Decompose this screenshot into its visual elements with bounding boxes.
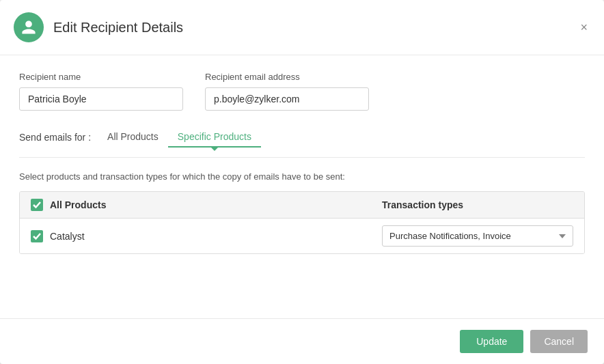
transaction-select[interactable]: Purchase Notifications, Invoice (382, 225, 573, 247)
cancel-button[interactable]: Cancel (530, 330, 588, 353)
update-button[interactable]: Update (460, 330, 523, 353)
recipient-name-input[interactable] (19, 87, 183, 111)
recipient-email-group: Recipient email address (205, 72, 369, 111)
select-instruction: Select products and transaction types fo… (19, 171, 585, 182)
avatar (14, 12, 44, 42)
tab-specific-products[interactable]: Specific Products (168, 127, 261, 148)
tab-all-products[interactable]: All Products (98, 127, 168, 148)
all-products-checkbox[interactable] (31, 199, 43, 211)
table-header-product: All Products (31, 199, 382, 211)
close-button[interactable]: × (577, 18, 590, 36)
table-header-transaction: Transaction types (382, 199, 573, 210)
table-row: Catalyst Purchase Notifications, Invoice (20, 219, 584, 253)
tab-group: All Products Specific Products (98, 127, 261, 148)
recipient-email-label: Recipient email address (205, 72, 369, 82)
table-row-transaction: Purchase Notifications, Invoice (382, 225, 573, 247)
edit-recipient-modal: Edit Recipient Details × Recipient name … (0, 0, 604, 364)
form-row: Recipient name Recipient email address (19, 72, 585, 111)
modal-title: Edit Recipient Details (53, 20, 183, 36)
modal-body: Recipient name Recipient email address S… (0, 55, 604, 318)
table-row-product: Catalyst (31, 230, 382, 242)
send-emails-label: Send emails for : (19, 132, 91, 143)
modal-footer: Update Cancel (0, 318, 604, 364)
table-header: All Products Transaction types (20, 192, 584, 219)
recipient-email-input[interactable] (205, 87, 369, 111)
modal-header: Edit Recipient Details × (0, 0, 604, 55)
recipient-name-label: Recipient name (19, 72, 183, 82)
recipient-name-group: Recipient name (19, 72, 183, 111)
send-emails-row: Send emails for : All Products Specific … (19, 127, 585, 148)
catalyst-checkbox[interactable] (31, 230, 43, 242)
divider (19, 157, 585, 158)
products-table: All Products Transaction types Catalyst (19, 191, 585, 254)
